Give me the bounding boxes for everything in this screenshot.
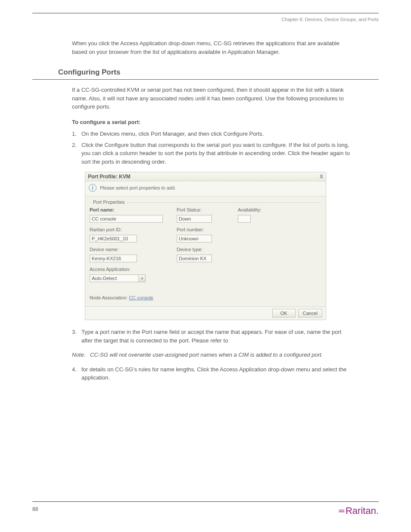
dialog-message: Please select port properties to add. — [100, 185, 176, 190]
step-text: for details on CC-SG's rules for name le… — [81, 365, 353, 382]
port-name-label: Port name: — [90, 207, 163, 212]
step-3: 3. Type a port name in the Port name fie… — [32, 328, 379, 345]
section-title: Configuring Ports — [32, 68, 379, 77]
access-app-dropdown[interactable]: Auto-Detect ▾ — [90, 274, 146, 282]
port-number-input — [177, 235, 212, 243]
step-number: 2. — [72, 141, 81, 166]
top-rule — [32, 13, 379, 13]
step-number: 4. — [72, 365, 81, 382]
note: Note: CC-SG will not overwrite user-assi… — [32, 351, 379, 359]
cancel-button[interactable]: Cancel — [298, 309, 322, 317]
node-association-link[interactable]: CC console — [129, 295, 153, 300]
step-number: 1. — [72, 130, 81, 138]
brand-icon: ≡≡ — [339, 507, 344, 514]
intro-para-1: When you click the Access Application dr… — [32, 39, 379, 56]
device-name-label: Device name: — [90, 247, 163, 252]
note-label: Note: — [72, 351, 90, 359]
device-type-input — [177, 255, 212, 262]
page-number: 88 — [32, 506, 38, 512]
dialog-footer: OK Cancel — [85, 306, 326, 320]
section-rule — [32, 79, 379, 80]
availability-input — [238, 215, 251, 223]
fieldset-legend: Port Properties — [91, 199, 126, 205]
device-name-input[interactable] — [90, 255, 137, 262]
chapter-header: Chapter 6: Devices, Device Groups, and P… — [32, 17, 379, 22]
bottom-rule — [32, 501, 379, 502]
dialog-title: Port Profile: KVM — [88, 174, 131, 180]
step-2: 2. Click the Configure button that corre… — [32, 141, 379, 166]
step-1: 1. On the Devices menu, click Port Manag… — [32, 130, 379, 138]
port-status-label: Port Status: — [177, 207, 224, 212]
node-association-label: Node Association: — [90, 295, 128, 300]
brand-text: Raritan. — [346, 505, 379, 516]
steps-intro: To configure a serial port: — [32, 118, 379, 127]
ok-button[interactable]: OK — [272, 309, 296, 317]
port-number-label: Port number: — [177, 227, 224, 232]
info-icon: i — [89, 184, 97, 192]
availability-label: Availability: — [238, 207, 285, 212]
intro-para-2: If a CC-SG-controlled KVM or serial port… — [32, 86, 379, 111]
step-text: Type a port name in the Port name field … — [81, 328, 353, 345]
close-icon[interactable]: X — [320, 174, 323, 180]
raritan-port-id-input[interactable] — [90, 235, 137, 243]
port-profile-dialog: Port Profile: KVM X i Please select port… — [85, 172, 326, 320]
step-text: Click the Configure button that correspo… — [81, 141, 353, 166]
access-app-value: Auto-Detect — [90, 276, 138, 281]
access-app-label: Access Application: — [90, 267, 163, 272]
dialog-titlebar: Port Profile: KVM X — [85, 172, 326, 181]
chevron-down-icon[interactable]: ▾ — [138, 275, 145, 282]
step-text: On the Devices menu, click Port Manager,… — [81, 130, 353, 138]
dialog-message-row: i Please select port properties to add. — [85, 181, 326, 196]
port-status-input — [177, 215, 212, 223]
raritan-port-id-label: Raritan port ID: — [90, 227, 163, 232]
step-number: 3. — [72, 328, 81, 345]
brand-logo: ≡≡ Raritan. — [339, 505, 379, 516]
node-association-row: Node Association: CC console — [90, 295, 163, 300]
note-text: CC-SG will not overwrite user-assigned p… — [90, 351, 323, 359]
port-properties-fieldset: Port Properties Port name: Raritan port … — [90, 202, 321, 300]
device-type-label: Device type: — [177, 247, 224, 252]
step-4: 4. for details on CC-SG's rules for name… — [32, 365, 379, 382]
port-name-input[interactable] — [90, 215, 163, 223]
